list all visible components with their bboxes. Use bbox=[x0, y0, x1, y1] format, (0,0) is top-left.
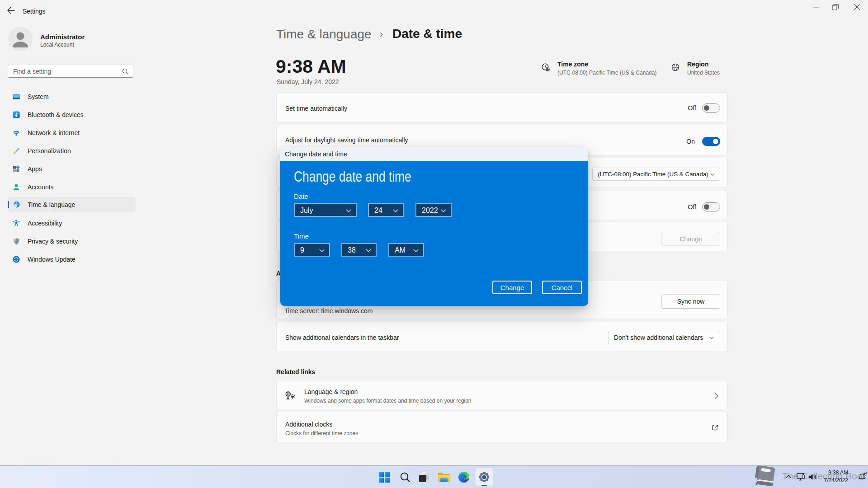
svg-text:A: A bbox=[287, 396, 290, 400]
